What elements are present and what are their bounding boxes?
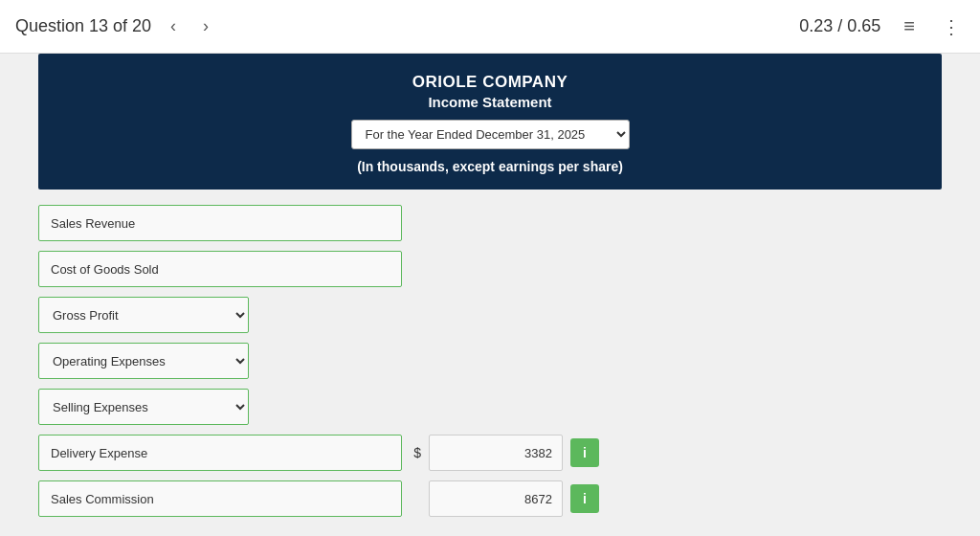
cogs-input[interactable]	[38, 251, 402, 287]
more-icon-button[interactable]: ⋮	[938, 11, 965, 42]
header-note: (In thousands, except earnings per share…	[57, 159, 923, 174]
period-wrapper: For the Year Ended December 31, 2025	[351, 120, 630, 149]
question-title: Question 13 of 20	[15, 16, 151, 36]
top-bar-right: 0.23 / 0.65 ≡ ⋮	[799, 11, 965, 42]
statement-type: Income Statement	[57, 94, 923, 110]
operating-expenses-select[interactable]: Operating Expenses	[38, 343, 249, 379]
sales-revenue-input[interactable]	[38, 205, 402, 241]
prev-button[interactable]: ‹	[163, 12, 184, 40]
delivery-dollar-sign: $	[410, 445, 421, 460]
income-form: Gross Profit Operating Expenses Selling …	[38, 205, 942, 517]
main-content: ORIOLE COMPANY Income Statement For the …	[0, 54, 980, 536]
sales-commission-value[interactable]	[429, 480, 563, 517]
selling-expenses-select[interactable]: Selling Expenses	[38, 389, 249, 425]
cogs-row	[38, 251, 942, 287]
commission-info-button[interactable]: i	[570, 484, 599, 513]
operating-expenses-row: Operating Expenses	[38, 343, 942, 379]
top-bar: Question 13 of 20 ‹ › 0.23 / 0.65 ≡ ⋮	[0, 0, 980, 54]
top-bar-left: Question 13 of 20 ‹ ›	[15, 12, 216, 40]
list-icon-button[interactable]: ≡	[900, 11, 919, 41]
sales-commission-row: i	[38, 480, 942, 517]
company-name: ORIOLE COMPANY	[57, 73, 923, 92]
income-statement-header: ORIOLE COMPANY Income Statement For the …	[38, 54, 942, 190]
score-display: 0.23 / 0.65	[799, 16, 880, 36]
next-button[interactable]: ›	[195, 12, 216, 40]
delivery-info-button[interactable]: i	[570, 438, 599, 467]
sales-revenue-row	[38, 205, 942, 241]
selling-expenses-row: Selling Expenses	[38, 389, 942, 425]
delivery-expense-value[interactable]	[429, 435, 563, 471]
period-select[interactable]: For the Year Ended December 31, 2025	[351, 120, 630, 149]
gross-profit-row: Gross Profit	[38, 297, 942, 333]
sales-commission-input[interactable]	[38, 480, 402, 517]
delivery-expense-row: $ i	[38, 435, 942, 471]
gross-profit-select[interactable]: Gross Profit	[38, 297, 249, 333]
delivery-expense-input[interactable]	[38, 435, 402, 471]
